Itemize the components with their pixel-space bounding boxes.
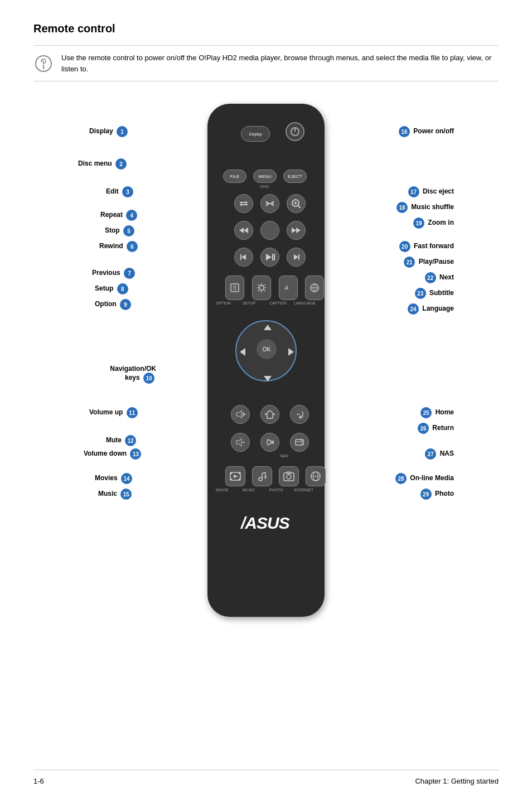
repeat-button[interactable] [234, 194, 253, 213]
info-icon [33, 54, 54, 74]
label-fastforward: 20 Fast forward [398, 241, 454, 252]
badge-3: 3 [122, 186, 133, 197]
nav-down-arrow[interactable] [264, 376, 272, 381]
label-disc-eject: 17 Disc eject [407, 186, 454, 197]
file-button[interactable]: FILE [223, 170, 246, 183]
label-option: Option 9 [95, 299, 133, 310]
photo-sublabel: PHOTO [269, 488, 283, 492]
badge-26: 26 [418, 423, 429, 434]
volume-up-button[interactable] [231, 405, 250, 424]
photo-icon [283, 470, 295, 482]
svg-rect-42 [230, 479, 232, 480]
music-button[interactable] [252, 466, 272, 486]
ok-button[interactable]: OK [257, 339, 277, 359]
svg-marker-12 [241, 254, 246, 260]
svg-point-23 [259, 286, 264, 290]
badge-27: 27 [425, 448, 436, 460]
next-icon [291, 252, 301, 262]
nas-icon [294, 437, 305, 448]
label-subtitle: 23 Subtitle [413, 288, 454, 299]
menu-button[interactable]: MENU [253, 170, 277, 183]
caption-icon: A [283, 282, 294, 293]
svg-marker-8 [239, 228, 244, 233]
mute-button[interactable] [260, 433, 279, 452]
next-button[interactable] [287, 248, 306, 267]
mute-icon [264, 437, 275, 448]
nav-right-arrow[interactable] [288, 348, 294, 356]
badge-13: 13 [130, 448, 141, 460]
internet-button[interactable] [306, 466, 326, 486]
eject-label: EJECT [288, 174, 302, 179]
option-sublabel: OPTION [216, 301, 231, 305]
volume-down-button[interactable] [231, 433, 250, 452]
file-label: FILE [230, 174, 240, 179]
display-button[interactable]: Display [241, 126, 270, 142]
shuffle-button[interactable] [260, 194, 279, 213]
eject-button[interactable]: EJECT [283, 170, 307, 183]
badge-16: 16 [399, 126, 410, 137]
svg-marker-11 [296, 228, 301, 233]
power-button[interactable] [286, 122, 304, 141]
nav-left-arrow[interactable] [240, 348, 245, 356]
movie-sublabel: MOVIE [216, 488, 229, 492]
home-button[interactable] [260, 405, 279, 424]
footer-left: 1-6 [33, 777, 44, 785]
label-home: 25 Home [419, 407, 454, 418]
photo-button[interactable] [279, 466, 299, 486]
badge-2: 2 [115, 158, 127, 170]
svg-line-5 [298, 205, 301, 208]
caption-button[interactable]: A [279, 276, 298, 300]
nav-up-arrow[interactable] [264, 325, 272, 330]
label-music-shuffle: 18 Music shuffle [395, 202, 454, 213]
badge-14: 14 [121, 473, 132, 484]
svg-point-45 [259, 477, 262, 481]
badge-11: 11 [127, 407, 138, 418]
badge-18: 18 [396, 202, 408, 213]
nas-button[interactable] [290, 433, 309, 452]
return-button[interactable] [290, 405, 309, 424]
movie-button[interactable] [225, 466, 245, 486]
return-icon [294, 409, 305, 420]
svg-rect-40 [230, 472, 232, 474]
ok-label: OK [263, 346, 270, 352]
badge-6: 6 [127, 241, 138, 252]
svg-marker-9 [244, 228, 248, 233]
label-volup: Volume up 11 [89, 407, 139, 418]
badge-28: 28 [395, 473, 407, 484]
power-icon [290, 127, 300, 137]
badge-8: 8 [117, 283, 128, 294]
badge-19: 19 [413, 218, 424, 229]
setup-button[interactable] [252, 276, 271, 300]
fastforward-icon [291, 225, 301, 235]
svg-point-51 [287, 475, 291, 479]
setup-icon [256, 282, 267, 293]
stop-button[interactable] [260, 221, 279, 240]
badge-12: 12 [125, 435, 136, 446]
badge-22: 22 [425, 272, 436, 283]
footer-right: Chapter 1: Getting started [415, 777, 499, 785]
badge-25: 25 [420, 407, 432, 418]
svg-marker-14 [266, 254, 272, 260]
previous-button[interactable] [234, 248, 253, 267]
zoom-button[interactable] [287, 194, 306, 213]
badge-17: 17 [408, 186, 419, 197]
language-button[interactable] [305, 276, 324, 300]
rewind-button[interactable] [234, 221, 253, 240]
badge-7: 7 [124, 268, 135, 279]
language-icon [309, 282, 320, 293]
badge-23: 23 [415, 288, 426, 299]
asus-logo: /ASUS [238, 511, 294, 537]
svg-marker-44 [234, 475, 238, 478]
svg-marker-27 [236, 410, 241, 418]
playpause-button[interactable] [260, 248, 279, 267]
label-edit: Edit 3 [106, 186, 135, 197]
badge-5: 5 [123, 225, 134, 236]
svg-marker-10 [292, 228, 296, 233]
home-icon [264, 409, 275, 420]
asus-logo-svg: /ASUS [238, 511, 299, 533]
svg-marker-17 [294, 254, 298, 260]
music-icon [256, 470, 268, 482]
menu-label: MENU [258, 174, 272, 179]
option-button[interactable] [225, 276, 244, 300]
fastforward-button[interactable] [287, 221, 306, 240]
